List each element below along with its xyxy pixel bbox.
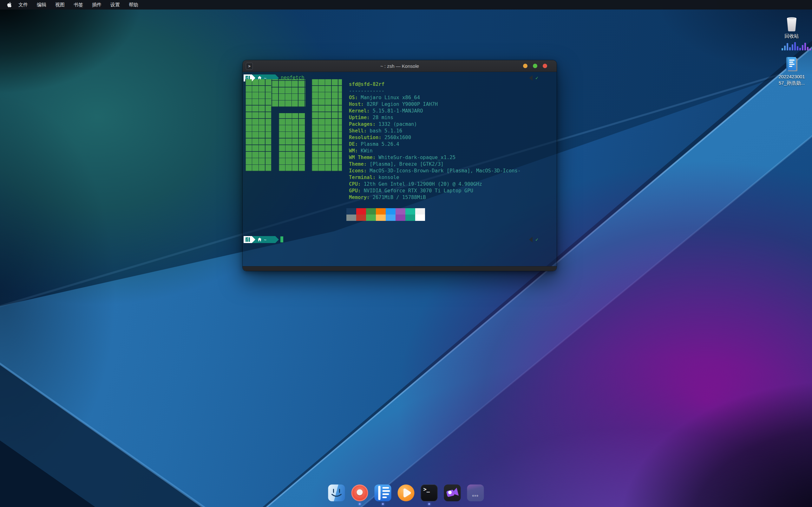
media-player-icon [398, 485, 415, 501]
window-minimize-button[interactable] [523, 64, 527, 68]
dock-item-screen-recorder[interactable] [351, 485, 368, 505]
menu-item-help[interactable]: 帮助 [124, 2, 143, 8]
neofetch-info: sfd@sfd-82rf------------OS: Manjaro Linu… [349, 81, 554, 201]
palette-swatch [346, 215, 356, 221]
palette-swatch [346, 208, 356, 215]
apple-menu-icon[interactable] [4, 2, 14, 8]
app-oxo-icon: oxo [467, 485, 484, 501]
menu-item-view[interactable]: 视图 [51, 2, 69, 8]
visualizer-bar [784, 46, 786, 50]
logo-block [245, 79, 271, 171]
konsole-window: > ~ : zsh — Konsole ~ neofetch ✓ [243, 60, 557, 271]
document-label-line2: 57_孙浩勋... [772, 80, 811, 86]
prompt-arrow [252, 74, 255, 81]
file-manager-icon [328, 485, 345, 501]
prompt-path: ~ [264, 237, 266, 242]
dock-item-file-manager[interactable] [328, 485, 345, 505]
menu-item-bookmarks[interactable]: 书签 [69, 2, 88, 8]
neofetch-field: WM Theme: WhiteSur-dark-opaque_x1.25 [349, 154, 554, 161]
audio-visualizer [781, 42, 812, 51]
neofetch-field: Uptime: 28 mins [349, 114, 554, 121]
neofetch-field: Theme: [Plasma], Breeze [GTK2/3] [349, 161, 554, 168]
status-triangle-icon [529, 75, 532, 81]
terminal-cursor [281, 236, 283, 242]
neofetch-field: Packages: 1332 (pacman) [349, 121, 554, 128]
palette-swatch [415, 215, 425, 221]
palette-swatch [396, 208, 405, 215]
prompt-distro-segment [244, 236, 252, 243]
dock-item-media-player[interactable] [398, 485, 415, 505]
visualizer-bar [804, 43, 806, 50]
palette-swatch [415, 208, 425, 215]
prompt-line-current[interactable]: ~ ✓ [243, 236, 557, 243]
text-editor-icon [374, 485, 392, 501]
neofetch-line: sfd@sfd-82rf [349, 81, 554, 88]
window-bottom-frame [243, 266, 557, 271]
desktop-icon-document[interactable]: 2022423001 57_孙浩勋... [772, 56, 811, 87]
document-icon [772, 56, 811, 72]
neofetch-field: OS: Manjaro Linux x86_64 [349, 95, 554, 101]
menu-item-edit[interactable]: 编辑 [32, 2, 51, 8]
window-titlebar[interactable]: > ~ : zsh — Konsole [243, 60, 557, 72]
app-oxo-glyph: oxo [467, 494, 484, 497]
prompt-path-segment: ~ [252, 236, 275, 243]
neofetch-field: GPU: NVIDIA Geforce RTX 3070 Ti Laptop G… [349, 187, 554, 194]
prompt-status: ✓ [529, 236, 538, 243]
screen-recorder-icon [351, 485, 368, 501]
logo-block [311, 79, 342, 171]
dock-item-terminal[interactable]: >_ [421, 485, 438, 505]
dock-item-app-oxo[interactable]: oxo [467, 485, 484, 505]
menu-bar-right: 8:48 下午 2022/12/18 [781, 0, 812, 51]
terminal-app-icon: >_ [421, 485, 438, 501]
video-capture-icon [444, 485, 461, 501]
running-indicator [382, 503, 384, 505]
terminal-area[interactable]: ~ neofetch ✓ sfd@sfd-82rf------------OS:… [243, 72, 557, 266]
menu-item-file[interactable]: 文件 [14, 2, 32, 8]
menu-item-settings[interactable]: 设置 [106, 2, 124, 8]
prompt-arrow [252, 236, 255, 243]
dock: >_ oxo [328, 485, 484, 505]
window-title: ~ : zsh — Konsole [243, 63, 557, 69]
dock-item-text-editor[interactable] [374, 485, 392, 505]
prompt-status: ✓ [529, 75, 538, 81]
palette-swatch [405, 208, 415, 215]
visualizer-bar [789, 47, 791, 50]
prompt-arrow [275, 236, 279, 243]
palette-swatch [356, 215, 366, 221]
neofetch-field: Memory: 2671MiB / 15788MiB [349, 194, 554, 201]
neofetch-field: CPU: 12th Gen Intel i9-12900H (20) @ 4.9… [349, 181, 554, 187]
palette-swatch [376, 208, 386, 215]
visualizer-bar [799, 48, 801, 50]
neofetch-line: ------------ [349, 88, 554, 95]
konsole-app-icon: > [246, 63, 253, 70]
visualizer-bar [792, 44, 793, 50]
desktop: 文件 编辑 视图 书签 插件 设置 帮助 [0, 0, 812, 507]
status-check-icon: ✓ [536, 237, 538, 242]
window-close-button[interactable] [543, 64, 547, 68]
palette-swatch [376, 215, 386, 221]
menu-bar-left: 文件 编辑 视图 书签 插件 设置 帮助 [0, 2, 143, 8]
dock-item-video-capture[interactable] [444, 485, 461, 505]
palette-row-bright [346, 215, 425, 221]
status-triangle-icon [529, 237, 532, 242]
menu-bar: 文件 编辑 视图 书签 插件 设置 帮助 [0, 0, 812, 9]
neofetch-field: Terminal: konsole [349, 174, 554, 181]
manjaro-ascii-logo [245, 79, 338, 171]
menu-item-plugins[interactable]: 插件 [88, 2, 106, 8]
palette-swatch [396, 215, 405, 221]
visualizer-bar [786, 43, 788, 50]
running-indicator [359, 503, 361, 505]
running-indicator [428, 503, 430, 505]
window-zoom-button[interactable] [533, 64, 537, 68]
logo-block [278, 113, 305, 171]
visualizer-bar [797, 46, 798, 50]
neofetch-field: Kernel: 5.15.81-1-MANJARO [349, 108, 554, 114]
palette-swatch [356, 208, 366, 215]
visualizer-bar [781, 48, 783, 50]
visualizer-bar [809, 49, 811, 50]
neofetch-field: DE: Plasma 5.26.4 [349, 141, 554, 148]
neofetch-field: Host: 82RF Legion Y9000P IAH7H [349, 101, 554, 108]
palette-swatch [386, 208, 396, 215]
neofetch-field: Icons: MacOS-3D-Icons-Brown-Dark [Plasma… [349, 168, 554, 174]
neofetch-field: Shell: bash 5.1.16 [349, 128, 554, 134]
